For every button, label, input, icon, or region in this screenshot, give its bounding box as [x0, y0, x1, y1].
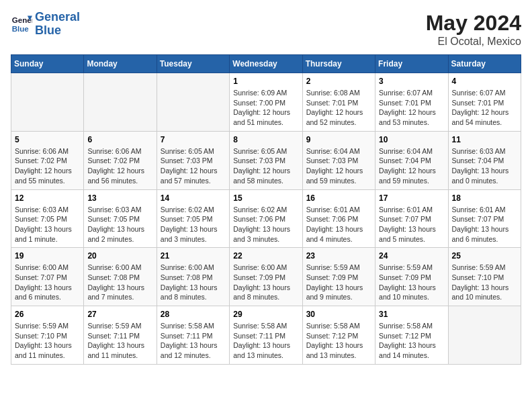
sunrise-text: Sunrise: 6:00 AM — [15, 263, 80, 273]
day-info: Sunrise: 5:58 AMSunset: 7:12 PMDaylight:… — [379, 321, 444, 361]
sunrise-text: Sunrise: 6:04 AM — [306, 146, 371, 156]
daylight-text: Daylight: 13 hours and 10 minutes. — [379, 283, 444, 302]
sunset-text: Sunset: 7:07 PM — [452, 214, 517, 224]
calendar: SundayMondayTuesdayWednesdayThursdayFrid… — [11, 54, 521, 365]
month-year: May 2024 — [426, 11, 521, 36]
weekday-header-row: SundayMondayTuesdayWednesdayThursdayFrid… — [11, 55, 521, 73]
day-cell: 26Sunrise: 5:59 AMSunset: 7:10 PMDayligh… — [11, 306, 84, 365]
day-cell: 16Sunrise: 6:01 AMSunset: 7:06 PMDayligh… — [302, 189, 375, 248]
sunset-text: Sunset: 7:05 PM — [15, 214, 80, 224]
day-cell: 6Sunrise: 6:06 AMSunset: 7:02 PMDaylight… — [84, 131, 157, 189]
sunset-text: Sunset: 7:01 PM — [306, 98, 371, 108]
day-cell: 1Sunrise: 6:09 AMSunset: 7:00 PMDaylight… — [230, 73, 302, 132]
sunrise-text: Sunrise: 5:58 AM — [233, 321, 298, 331]
daylight-text: Daylight: 12 hours and 53 minutes. — [379, 107, 444, 127]
sunset-text: Sunset: 7:00 PM — [233, 98, 298, 108]
sunrise-text: Sunrise: 6:02 AM — [233, 205, 298, 215]
sunset-text: Sunset: 7:03 PM — [306, 156, 371, 166]
logo-icon: General Blue — [11, 13, 32, 35]
sunset-text: Sunset: 7:09 PM — [306, 273, 371, 283]
day-number: 30 — [306, 310, 371, 319]
day-info: Sunrise: 6:09 AMSunset: 7:00 PMDaylight:… — [233, 88, 298, 128]
day-info: Sunrise: 6:03 AMSunset: 7:05 PMDaylight:… — [87, 205, 152, 244]
day-number: 9 — [306, 135, 371, 144]
weekday-header-tuesday: Tuesday — [157, 55, 229, 73]
sunrise-text: Sunrise: 5:58 AM — [306, 321, 371, 331]
day-cell: 14Sunrise: 6:02 AMSunset: 7:05 PMDayligh… — [157, 189, 229, 248]
day-info: Sunrise: 5:58 AMSunset: 7:11 PMDaylight:… — [233, 321, 298, 361]
daylight-text: Daylight: 13 hours and 11 minutes. — [15, 340, 80, 360]
day-cell: 27Sunrise: 5:59 AMSunset: 7:11 PMDayligh… — [84, 306, 157, 365]
day-number: 29 — [233, 310, 298, 319]
sunrise-text: Sunrise: 6:08 AM — [306, 88, 371, 98]
day-number: 12 — [15, 193, 80, 203]
sunset-text: Sunset: 7:12 PM — [306, 331, 371, 341]
day-cell: 8Sunrise: 6:05 AMSunset: 7:03 PMDaylight… — [230, 131, 302, 189]
daylight-text: Daylight: 13 hours and 6 minutes. — [15, 283, 80, 302]
day-info: Sunrise: 5:59 AMSunset: 7:09 PMDaylight:… — [379, 263, 444, 302]
sunset-text: Sunset: 7:07 PM — [379, 214, 444, 224]
day-number: 3 — [379, 77, 444, 86]
sunrise-text: Sunrise: 6:03 AM — [15, 205, 80, 215]
sunset-text: Sunset: 7:01 PM — [379, 98, 444, 108]
day-cell: 31Sunrise: 5:58 AMSunset: 7:12 PMDayligh… — [375, 306, 448, 365]
sunrise-text: Sunrise: 6:01 AM — [452, 205, 517, 215]
day-cell — [11, 73, 84, 132]
sunset-text: Sunset: 7:06 PM — [306, 214, 371, 224]
day-number: 8 — [233, 135, 298, 144]
sunset-text: Sunset: 7:12 PM — [379, 331, 444, 341]
sunrise-text: Sunrise: 6:06 AM — [87, 146, 152, 156]
day-cell: 19Sunrise: 6:00 AMSunset: 7:07 PMDayligh… — [11, 248, 84, 306]
day-cell: 22Sunrise: 6:00 AMSunset: 7:09 PMDayligh… — [230, 248, 302, 306]
day-number: 1 — [233, 77, 298, 86]
day-cell: 9Sunrise: 6:04 AMSunset: 7:03 PMDaylight… — [302, 131, 375, 189]
day-info: Sunrise: 6:06 AMSunset: 7:02 PMDaylight:… — [15, 146, 80, 186]
weekday-header-wednesday: Wednesday — [230, 55, 302, 73]
day-number: 16 — [306, 193, 371, 203]
sunrise-text: Sunrise: 5:59 AM — [87, 321, 152, 331]
day-cell — [157, 73, 229, 132]
day-number: 13 — [87, 193, 152, 203]
daylight-text: Daylight: 13 hours and 4 minutes. — [306, 224, 371, 244]
daylight-text: Daylight: 12 hours and 55 minutes. — [15, 166, 80, 185]
day-info: Sunrise: 6:04 AMSunset: 7:03 PMDaylight:… — [306, 146, 371, 186]
day-info: Sunrise: 6:07 AMSunset: 7:01 PMDaylight:… — [452, 88, 517, 128]
day-info: Sunrise: 6:00 AMSunset: 7:08 PMDaylight:… — [161, 263, 226, 302]
day-number: 2 — [306, 77, 371, 86]
daylight-text: Daylight: 12 hours and 56 minutes. — [87, 166, 152, 185]
sunrise-text: Sunrise: 6:01 AM — [306, 205, 371, 215]
sunrise-text: Sunrise: 6:04 AM — [379, 146, 444, 156]
day-number: 26 — [15, 310, 80, 319]
daylight-text: Daylight: 13 hours and 6 minutes. — [452, 224, 517, 244]
sunrise-text: Sunrise: 6:07 AM — [379, 88, 444, 98]
daylight-text: Daylight: 13 hours and 8 minutes. — [161, 283, 226, 302]
daylight-text: Daylight: 13 hours and 8 minutes. — [233, 283, 298, 302]
sunrise-text: Sunrise: 6:03 AM — [87, 205, 152, 215]
daylight-text: Daylight: 12 hours and 52 minutes. — [306, 107, 371, 127]
week-row-2: 5Sunrise: 6:06 AMSunset: 7:02 PMDaylight… — [11, 131, 521, 189]
day-info: Sunrise: 6:06 AMSunset: 7:02 PMDaylight:… — [87, 146, 152, 186]
day-cell: 3Sunrise: 6:07 AMSunset: 7:01 PMDaylight… — [375, 73, 448, 132]
day-info: Sunrise: 6:03 AMSunset: 7:04 PMDaylight:… — [452, 146, 517, 186]
sunset-text: Sunset: 7:04 PM — [452, 156, 517, 166]
sunrise-text: Sunrise: 5:59 AM — [452, 263, 517, 273]
week-row-4: 19Sunrise: 6:00 AMSunset: 7:07 PMDayligh… — [11, 248, 521, 306]
sunset-text: Sunset: 7:03 PM — [233, 156, 298, 166]
day-cell — [448, 306, 521, 365]
day-info: Sunrise: 5:59 AMSunset: 7:11 PMDaylight:… — [87, 321, 152, 361]
daylight-text: Daylight: 13 hours and 13 minutes. — [306, 340, 371, 360]
day-number: 28 — [161, 310, 226, 319]
sunset-text: Sunset: 7:10 PM — [15, 331, 80, 341]
sunrise-text: Sunrise: 5:59 AM — [379, 263, 444, 273]
day-info: Sunrise: 5:59 AMSunset: 7:09 PMDaylight:… — [306, 263, 371, 302]
sunrise-text: Sunrise: 5:59 AM — [15, 321, 80, 331]
sunrise-text: Sunrise: 6:00 AM — [161, 263, 226, 273]
day-number: 7 — [161, 135, 226, 144]
day-info: Sunrise: 5:58 AMSunset: 7:11 PMDaylight:… — [161, 321, 226, 361]
daylight-text: Daylight: 12 hours and 57 minutes. — [161, 166, 226, 185]
day-number: 24 — [379, 251, 444, 261]
day-info: Sunrise: 6:01 AMSunset: 7:07 PMDaylight:… — [452, 205, 517, 244]
weekday-header-sunday: Sunday — [11, 55, 84, 73]
day-number: 19 — [15, 251, 80, 261]
day-cell: 2Sunrise: 6:08 AMSunset: 7:01 PMDaylight… — [302, 73, 375, 132]
